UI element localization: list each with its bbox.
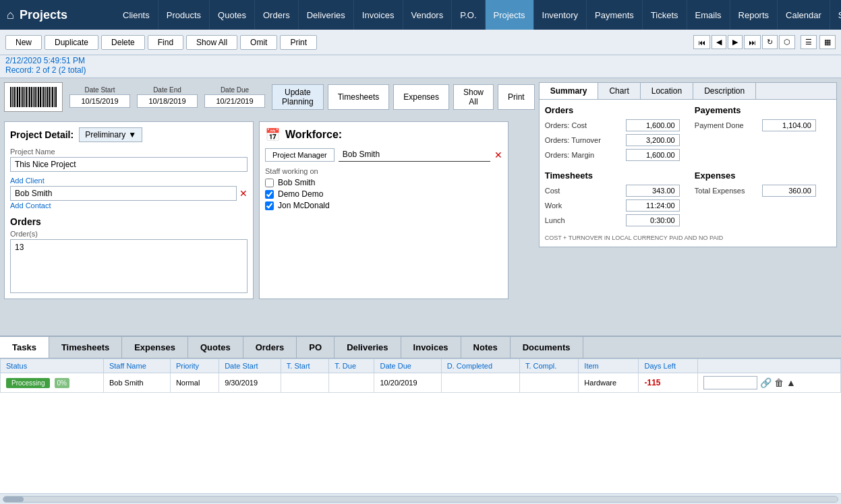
tab-deliveries[interactable]: Deliveries [335,337,401,358]
prev-record-button[interactable]: ◀ [712,35,726,49]
timesheets-summary: Timesheets Cost 343.00 Work 11:24:00 [545,170,681,229]
find-button[interactable]: Find [148,35,183,50]
tab-location[interactable]: Location [641,83,693,99]
nav-projects[interactable]: Projects [486,0,534,30]
tab-expenses[interactable]: Expenses [122,337,188,358]
nav-reports[interactable]: Reports [730,0,778,30]
date-due-input[interactable] [204,94,265,108]
nav-clients[interactable]: Clients [115,0,158,30]
status-badge: Processing [6,378,50,388]
summary-tabs: Summary Chart Location Description [540,83,836,100]
bottom-scroll [0,493,841,504]
last-record-button[interactable]: ⏭ [744,35,761,49]
tab-timesheets[interactable]: Timesheets [49,337,122,358]
expenses-button[interactable]: Expenses [393,84,449,110]
staff-label: Staff working on [265,167,502,175]
omit-button[interactable]: Omit [240,35,277,50]
timesheets-button[interactable]: Timesheets [328,84,390,110]
nav-inventory[interactable]: Inventory [534,0,587,30]
add-client-button[interactable]: Add Client [10,177,45,185]
orders-section: Orders Order(s) 13 [10,216,248,293]
nav-deliveries[interactable]: Deliveries [299,0,354,30]
show-all-button[interactable]: Show All [186,35,237,50]
update-planning-button[interactable]: Update Planning [272,84,324,110]
delete-client-icon[interactable]: ✕ [239,188,248,199]
date-end-input[interactable] [137,94,198,108]
duplicate-button[interactable]: Duplicate [45,35,98,50]
project-detail-title: Project Detail: [10,129,74,140]
date-start-input[interactable] [69,94,130,108]
delete-manager-icon[interactable]: ✕ [494,150,502,160]
status-dropdown[interactable]: Preliminary ▼ [79,127,142,142]
home-icon[interactable]: ⌂ [7,8,14,22]
app-title: Projects [20,8,67,22]
detail-area: Project Detail: Preliminary ▼ Project Na… [4,121,535,299]
row-t-compl [519,373,578,393]
delete-button[interactable]: Delete [101,35,145,50]
project-name-input[interactable] [10,157,248,172]
external-link-button[interactable]: ⬡ [779,35,795,49]
grid-view-button[interactable]: ▦ [819,35,836,49]
nav-settings[interactable]: Settings [830,0,841,30]
nav-calendar[interactable]: Calendar [778,0,830,30]
staff-checkbox-1[interactable] [265,190,274,199]
client-input[interactable] [10,186,237,201]
date-due-field: Date Due [204,86,265,108]
print-button[interactable]: Print [280,35,317,50]
nav-invoices[interactable]: Invoices [354,0,403,30]
nav-quotes[interactable]: Quotes [210,0,255,30]
expenses-summary-title: Expenses [695,170,831,181]
nav-orders[interactable]: Orders [255,0,299,30]
orders-turnover-label: Orders: Turnover [545,136,626,144]
tab-tasks[interactable]: Tasks [0,337,49,358]
add-contact-button[interactable]: Add Contact [10,201,51,210]
new-button[interactable]: New [5,35,42,50]
tasks-table: Status Staff Name Priority Date Start T.… [0,358,841,393]
staff-checkbox-0[interactable] [265,179,274,187]
print-action-button[interactable]: Print [498,84,535,110]
delete-row-icon[interactable]: 🗑 [774,377,784,388]
nav-products[interactable]: Products [158,0,210,30]
nav-emails[interactable]: Emails [687,0,730,30]
tab-po[interactable]: PO [297,337,335,358]
tab-chart[interactable]: Chart [598,83,640,99]
nav-vendors[interactable]: Vendors [403,0,453,30]
days-input[interactable] [703,376,757,389]
calendar-icon: 📅 [265,127,280,142]
action-buttons: Update Planning Timesheets Expenses Show… [272,84,535,110]
tab-description[interactable]: Description [693,83,756,99]
nav-tickets[interactable]: Tickets [643,0,687,30]
tab-notes[interactable]: Notes [461,337,511,358]
manager-input[interactable] [339,148,490,162]
tab-orders[interactable]: Orders [243,337,297,358]
tab-documents[interactable]: Documents [511,337,583,358]
tab-summary[interactable]: Summary [540,83,599,99]
orders-turnover-row: Orders: Turnover 3,200.00 [545,134,681,146]
row-item: Hardware [579,373,639,393]
refresh-button[interactable]: ↻ [762,35,778,49]
scroll-up-icon[interactable]: ▲ [786,377,796,388]
tab-invoices[interactable]: Invoices [401,337,461,358]
nav-payments[interactable]: Payments [587,0,643,30]
staff-checkbox-2[interactable] [265,201,274,210]
tab-quotes[interactable]: Quotes [188,337,243,358]
ts-cost-row: Cost 343.00 [545,185,681,197]
ts-work-label: Work [545,201,626,210]
list-view-button[interactable]: ☰ [801,35,817,49]
row-actions: 🔗 🗑 ▲ [703,376,835,389]
next-record-button[interactable]: ▶ [728,35,743,49]
nav-po[interactable]: P.O. [452,0,485,30]
scrollbar-track[interactable] [3,496,838,503]
first-record-button[interactable]: ⏮ [693,35,710,49]
scrollbar-thumb[interactable] [3,497,24,502]
col-t-due: T. Due [329,359,374,373]
left-column: Date Start Date End Date Due Update Plan… [4,82,535,332]
project-name-label: Project Name [10,148,248,156]
payments-title: Payements [695,105,831,115]
external-link-icon[interactable]: 🔗 [760,377,772,388]
record-count: Record: 2 of 2 (2 total) [5,65,836,75]
total-expenses-label: Total Expenses [695,187,762,195]
total-expenses-row: Total Expenses 360.00 [695,185,831,197]
project-manager-button[interactable]: Project Manager [265,148,335,162]
show-all-action-button[interactable]: Show All [453,84,494,110]
